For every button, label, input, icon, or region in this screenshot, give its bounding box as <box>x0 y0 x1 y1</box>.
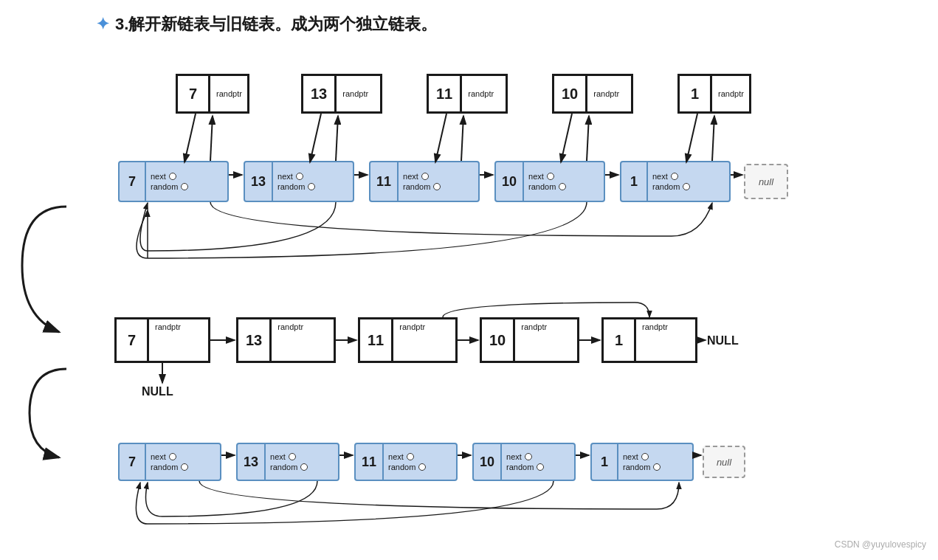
watermark: CSDN @yuyulovespicy <box>835 539 926 550</box>
randptr-box-10: 10 randptr <box>552 74 633 114</box>
svg-line-13 <box>587 116 589 161</box>
blue-node-1: 1 next random <box>620 161 731 202</box>
svg-line-10 <box>310 114 321 162</box>
blue-node-11: 11 next random <box>369 161 480 202</box>
svg-line-8 <box>185 114 196 162</box>
svg-line-16 <box>686 114 697 162</box>
randptr-box-13: 13 randptr <box>301 74 382 114</box>
blue-node-11-r3: 11 next random <box>354 443 458 481</box>
svg-line-14 <box>561 114 572 162</box>
black-node-13: 13 randptr <box>236 317 336 363</box>
blue-node-10-r3: 10 next random <box>472 443 576 481</box>
black-node-10: 10 randptr <box>480 317 579 363</box>
blue-node-7-r3: 7 next random <box>118 443 221 481</box>
blue-node-13-r3: 13 next random <box>236 443 339 481</box>
null-box-row1: null <box>744 164 788 199</box>
page-title: ✦ 3.解开新链表与旧链表。成为两个独立链表。 <box>96 13 437 35</box>
black-node-11: 11 randptr <box>358 317 458 363</box>
black-node-1: 1 randptr <box>601 317 697 363</box>
black-node-7: 7 randptr <box>114 317 210 363</box>
svg-line-12 <box>435 114 446 162</box>
null-label-bottom-row2: NULL <box>142 385 173 398</box>
blue-node-10: 10 next random <box>494 161 605 202</box>
svg-line-7 <box>210 116 213 161</box>
randptr-box-11: 11 randptr <box>427 74 508 114</box>
title-icon: ✦ <box>96 15 109 34</box>
randptr-box-1: 1 randptr <box>677 74 751 114</box>
null-box-row3: null <box>703 446 745 478</box>
blue-node-1-r3: 1 next random <box>590 443 694 481</box>
blue-node-7: 7 next random <box>118 161 229 202</box>
null-label-right-row2: NULL <box>707 334 739 348</box>
svg-line-15 <box>712 116 714 161</box>
page-container: ✦ 3.解开新链表与旧链表。成为两个独立链表。 7 randptr 13 ran… <box>0 0 938 560</box>
randptr-box-7: 7 randptr <box>176 74 249 114</box>
svg-line-9 <box>336 116 338 161</box>
svg-line-11 <box>461 116 463 161</box>
blue-node-13: 13 next random <box>244 161 354 202</box>
